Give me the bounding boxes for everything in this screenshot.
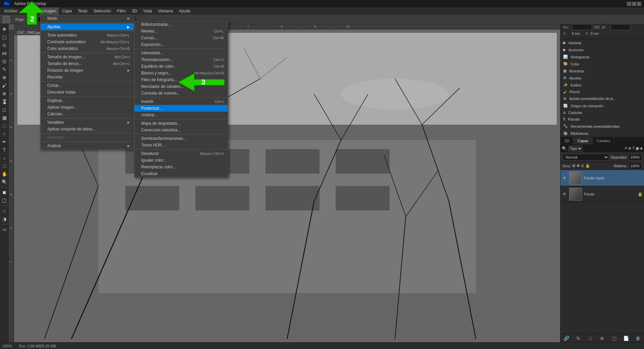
dodge-tool[interactable]: ○ — [1, 130, 8, 137]
lasso-tool[interactable]: ⊙ — [1, 42, 8, 49]
minimize-button[interactable]: − — [627, 2, 631, 6]
layer-type-select[interactable]: Tipo — [568, 146, 583, 152]
new-layer-btn[interactable]: 📄 — [623, 335, 630, 342]
acciones-item[interactable]: ▶ Acciones — [560, 46, 644, 53]
path-tool[interactable]: ⬦ — [1, 154, 8, 162]
menu-ventana[interactable]: Ventana — [155, 7, 175, 15]
menu-aplicar-conjunto[interactable]: Aplicar conjunto de datos... — [41, 126, 134, 132]
ajustes-intensidad[interactable]: Intensidad... — [135, 50, 228, 56]
tab-capas[interactable]: Capas — [574, 137, 593, 144]
ajustes-sombras[interactable]: Sombras/Iluminaciones... — [135, 135, 228, 142]
gradient-tool[interactable]: ▦ — [1, 114, 8, 121]
menu-variables[interactable]: Variables — [41, 119, 134, 126]
blur-tool[interactable]: ◌ — [1, 122, 8, 129]
history-tool[interactable]: ⌛ — [1, 98, 8, 105]
herramientas-item[interactable]: 🔧 Herramientas preestablecidas — [560, 123, 644, 130]
brush-tool[interactable]: 🖌 — [1, 82, 8, 89]
menu-ayuda[interactable]: Ayuda — [176, 7, 193, 15]
menu-cortar[interactable]: Cortar... — [41, 82, 134, 89]
histograma-item[interactable]: 📊 Histograma — [560, 53, 644, 60]
go-btn[interactable]: GO — [594, 25, 600, 29]
menu-aplicar[interactable]: Aplicar imagen... — [41, 104, 134, 111]
ajustes-brillo[interactable]: Brillo/contraste... — [135, 21, 228, 28]
menu-3d[interactable]: 3D — [129, 7, 140, 15]
shape-tool[interactable]: □ — [1, 162, 8, 170]
muestras-item[interactable]: ▦ Muestras — [560, 67, 644, 74]
ajustes-umbral[interactable]: Umbral... — [135, 112, 228, 118]
move-tool[interactable]: ✥ — [1, 25, 8, 33]
menu-duplicar[interactable]: Duplicar... — [41, 97, 134, 104]
spot-heal-tool[interactable]: ⊕ — [1, 74, 8, 81]
tab-3d[interactable]: 3D — [560, 137, 574, 144]
filter-shape-icon[interactable]: ▣ — [636, 146, 639, 151]
foreground-color[interactable]: ■ — [1, 189, 8, 196]
crop-tool[interactable]: ⊡ — [1, 58, 8, 65]
pen-tool[interactable]: ✒ — [1, 138, 8, 146]
layer-fondo[interactable]: 👁 Fondo 🔒 — [560, 186, 644, 202]
mode-btn[interactable]: ○ — [1, 207, 8, 215]
background-color[interactable]: □ — [1, 197, 8, 204]
menu-filtro[interactable]: Filtro — [114, 7, 129, 15]
menu-rotacion[interactable]: Rotación de imagen — [41, 67, 134, 74]
hand-tool[interactable]: ✋ — [1, 170, 8, 178]
caracter-item[interactable]: A Carácter — [560, 109, 644, 116]
filter-pixel-icon[interactable]: P — [625, 146, 627, 151]
lock-all-icon[interactable]: 🔒 — [585, 164, 590, 168]
ajustes-tono-sat[interactable]: Tono/saturación... Ctrl+U — [135, 56, 228, 63]
menu-analisis[interactable]: Análisis — [41, 142, 134, 149]
screen-mode-btn[interactable]: ▭ — [1, 226, 8, 233]
lock-move-icon[interactable]: ✥ — [577, 164, 580, 168]
menu-tono-auto[interactable]: Tono automático Mayús+Ctrl+L — [41, 32, 134, 39]
ajustes-item[interactable]: ⚙ Ajustes — [560, 74, 644, 81]
new-fill-btn[interactable]: ⊕ — [598, 335, 606, 342]
close-button[interactable]: × — [637, 2, 641, 6]
ajustes-ecualizar[interactable]: Ecualizar — [135, 170, 228, 177]
tab-canales[interactable]: Canales — [593, 137, 614, 144]
parrafo-item[interactable]: ¶ Párrafo — [560, 116, 644, 123]
menu-modo[interactable]: Modo — [41, 15, 134, 22]
delete-layer-btn[interactable]: 🗑 — [634, 335, 642, 342]
blend-mode-select[interactable]: Normal — [562, 154, 609, 161]
magic-wand-tool[interactable]: ⋈ — [1, 50, 8, 57]
visibility-fondo[interactable]: 👁 — [562, 191, 567, 197]
ajustes-correccion[interactable]: Corrección selectiva... — [135, 127, 228, 133]
menu-tam-imagen[interactable]: Tamaño de imagen... Alt+Ctrl+I — [41, 54, 134, 60]
ajustes-igualar[interactable]: Igualar color... — [135, 157, 228, 164]
visibility-fondo-copia[interactable]: 👁 — [562, 175, 567, 181]
menu-calcular[interactable]: Calcular... — [41, 111, 134, 117]
type-tool[interactable]: T — [1, 146, 8, 154]
maximize-button[interactable]: □ — [632, 2, 636, 6]
marquee-tool[interactable]: ▢ — [1, 34, 8, 41]
lock-artboard-icon[interactable]: ⊡ — [581, 164, 584, 168]
eyedropper-tool[interactable]: ✎ — [1, 66, 8, 73]
ajustes-desaturar[interactable]: Desaturar Mayús+Ctrl+U — [135, 150, 228, 157]
layer-fondo-copia[interactable]: 👁 Fondo copia — [560, 170, 644, 186]
fill-input[interactable] — [629, 163, 642, 169]
ajustes-reemplazar[interactable]: Reemplazar color... — [135, 164, 228, 170]
eraser-tool[interactable]: ◻ — [1, 106, 8, 113]
ajustes-pres-item[interactable]: ⚙ Ajustes preestablecidos de pi... — [560, 95, 644, 102]
menu-seleccion[interactable]: Selección — [91, 7, 114, 15]
ajustes-niveles[interactable]: Niveles... Ctrl+L — [135, 28, 228, 35]
menu-ajustes-active[interactable]: Ajustes ▶ — [41, 23, 134, 30]
menu-recortar[interactable]: Recortar — [41, 74, 134, 80]
height-input[interactable] — [610, 24, 631, 30]
quickmask-btn[interactable]: ◑ — [1, 215, 8, 223]
menu-descubrir[interactable]: Descubrir todas — [41, 89, 134, 96]
add-mask-btn[interactable]: □ — [587, 335, 594, 342]
estilos-item[interactable]: ✨ Estilos — [560, 81, 644, 89]
ajustes-exposicion[interactable]: Exposición... — [135, 41, 228, 48]
lock-pixels-icon[interactable]: ⊞ — [572, 164, 575, 168]
menu-contraste-auto[interactable]: Contraste automático Alt+Mayús+Ctrl+L — [41, 39, 134, 45]
bibliotecas-item[interactable]: 📚 Bibliotecas — [560, 130, 644, 137]
menu-vista[interactable]: Vista — [141, 7, 155, 15]
new-group-btn[interactable]: ▢ — [610, 335, 618, 342]
filter-type-icon[interactable]: T — [632, 146, 635, 151]
title-bar-controls[interactable]: − □ × — [627, 2, 641, 6]
menu-archivo[interactable]: Archivo — [1, 7, 20, 15]
filter-smart-icon[interactable]: ◈ — [640, 146, 643, 151]
menu-texto[interactable]: Texto — [75, 7, 90, 15]
ajustes-tonos-hdr[interactable]: Tonos HDR... — [135, 142, 228, 149]
pincel-item[interactable]: 🖌 Pincel — [560, 89, 644, 95]
filter-adj-icon[interactable]: ⊕ — [628, 146, 631, 151]
